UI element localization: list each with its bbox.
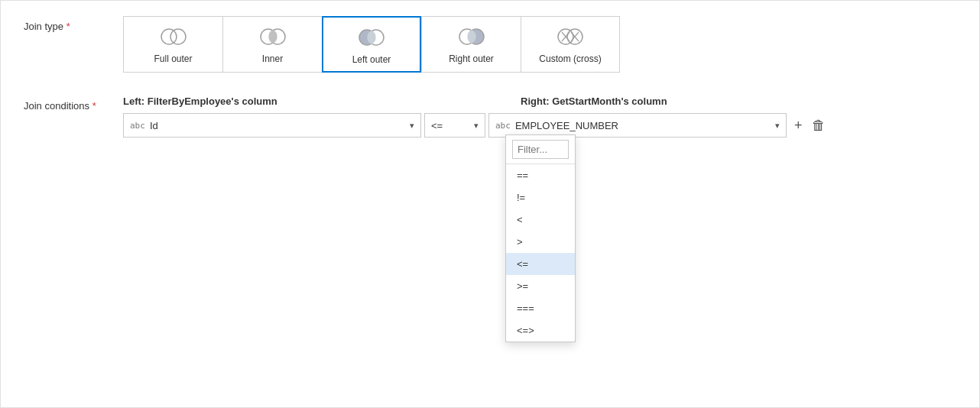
join-type-options: Full outer Inner bbox=[123, 16, 620, 73]
join-conditions-row: Join conditions * Left: FilterByEmployee… bbox=[24, 96, 956, 138]
right-column-header: Right: GetStartMonth's column bbox=[521, 96, 667, 107]
operator-option-gt[interactable]: > bbox=[506, 231, 575, 253]
action-icons: + 🗑 bbox=[794, 118, 826, 134]
join-conditions-label: Join conditions * bbox=[24, 96, 123, 112]
inner-label: Inner bbox=[262, 53, 283, 64]
join-type-left-outer[interactable]: Left outer bbox=[322, 16, 421, 73]
svg-point-1 bbox=[170, 29, 186, 44]
left-column-dropdown[interactable]: abc Id ▾ bbox=[123, 113, 421, 138]
operator-chevron: ▾ bbox=[474, 121, 479, 131]
join-type-label: Join type * bbox=[24, 16, 123, 32]
operator-option-lt[interactable]: < bbox=[506, 209, 575, 231]
operator-option-compare[interactable]: <=> bbox=[506, 319, 575, 342]
svg-point-0 bbox=[161, 29, 177, 44]
right-type-badge: abc bbox=[495, 121, 511, 131]
filter-input[interactable] bbox=[512, 140, 569, 159]
operator-option-strict-eq[interactable]: === bbox=[506, 297, 575, 319]
right-outer-icon bbox=[453, 23, 490, 50]
plus-icon: + bbox=[794, 118, 803, 134]
operator-option-eq[interactable]: == bbox=[506, 164, 575, 186]
full-outer-label: Full outer bbox=[154, 53, 192, 64]
delete-condition-button[interactable]: 🗑 bbox=[812, 118, 826, 134]
custom-cross-label: Custom (cross) bbox=[539, 53, 601, 64]
left-outer-label: Left outer bbox=[352, 54, 391, 65]
inner-icon bbox=[255, 23, 291, 50]
join-type-custom-cross[interactable]: Custom (cross) bbox=[521, 16, 620, 73]
join-type-row: Join type * Full outer bbox=[24, 16, 956, 73]
left-dropdown-chevron: ▾ bbox=[410, 121, 414, 131]
join-type-full-outer[interactable]: Full outer bbox=[123, 16, 222, 73]
operator-option-lte[interactable]: <= bbox=[506, 253, 575, 275]
add-condition-button[interactable]: + bbox=[794, 118, 803, 134]
left-type-badge: abc bbox=[130, 121, 145, 131]
operator-value: <= bbox=[431, 120, 468, 131]
right-column-value: EMPLOYEE_NUMBER bbox=[515, 120, 769, 131]
join-type-inner[interactable]: Inner bbox=[222, 16, 322, 73]
join-cond-headers: Left: FilterByEmployee's column Right: G… bbox=[123, 96, 956, 107]
join-conditions-content: Left: FilterByEmployee's column Right: G… bbox=[123, 96, 956, 138]
trash-icon: 🗑 bbox=[812, 118, 826, 134]
page-container: Join type * Full outer bbox=[0, 0, 980, 408]
operator-option-gte[interactable]: >= bbox=[506, 275, 575, 297]
right-dropdown-chevron: ▾ bbox=[775, 121, 780, 131]
operator-dropdown[interactable]: <= ▾ bbox=[424, 113, 485, 138]
full-outer-icon bbox=[155, 23, 192, 50]
left-column-header: Left: FilterByEmployee's column bbox=[123, 96, 421, 107]
left-outer-icon bbox=[353, 24, 390, 51]
left-column-value: Id bbox=[150, 120, 404, 131]
operator-dropdown-popup: == != < > <= >= === <=> bbox=[505, 134, 576, 342]
join-type-right-outer[interactable]: Right outer bbox=[421, 16, 521, 73]
right-outer-label: Right outer bbox=[449, 53, 494, 64]
custom-cross-icon bbox=[552, 23, 589, 50]
operator-option-neq[interactable]: != bbox=[506, 186, 575, 209]
filter-wrapper bbox=[506, 135, 575, 164]
